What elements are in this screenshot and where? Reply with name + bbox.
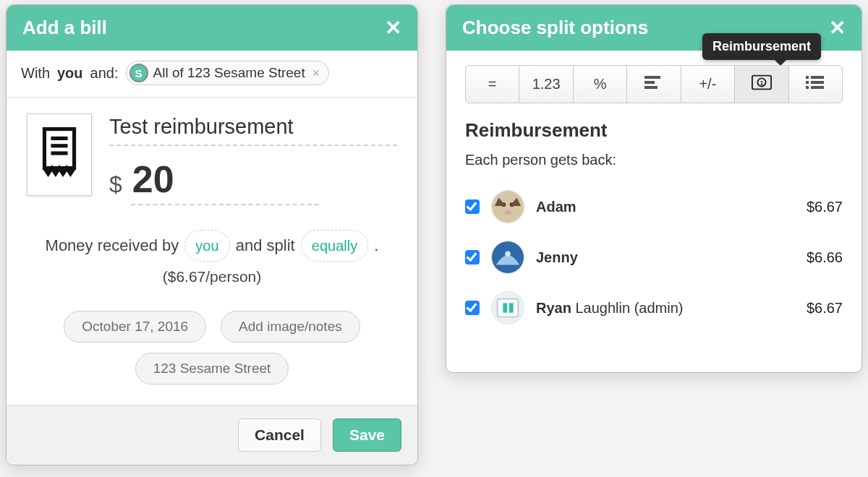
svg-point-19	[504, 210, 511, 215]
svg-rect-6	[644, 86, 658, 89]
percent-icon: %	[594, 76, 607, 93]
split-method-pill[interactable]: equally	[301, 230, 368, 262]
people-list: Adam $6.67 Jenny $6.66 Ryan	[465, 181, 843, 333]
bg-decor: ny	[420, 58, 441, 81]
split-title: Choose split options	[462, 17, 648, 39]
avatar	[491, 190, 524, 223]
add-bill-title: Add a bill	[22, 17, 107, 39]
group-chip-label: All of 123 Sesame Street	[153, 65, 305, 81]
save-button[interactable]: Save	[333, 418, 401, 452]
payer-pill[interactable]: you	[184, 230, 229, 262]
person-name: Jenny	[536, 249, 795, 266]
reimbursement-heading: Reimbursement	[465, 119, 843, 142]
receipt-icon	[41, 127, 78, 182]
with-label-suffix: and:	[90, 65, 119, 82]
avatar	[491, 241, 524, 274]
svg-rect-24	[503, 303, 507, 312]
amount-input[interactable]: 20	[131, 158, 319, 205]
add-bill-footer: Cancel Save	[7, 405, 417, 465]
person-row: Adam $6.67	[465, 181, 843, 232]
person-row: Ryan Laughlin (admin) $6.67	[465, 283, 843, 333]
date-button[interactable]: October 17, 2016	[64, 311, 206, 343]
split-shares-tab[interactable]	[627, 66, 681, 103]
split-percent-tab[interactable]: %	[574, 66, 627, 103]
split-sentence-b: and split	[236, 236, 295, 254]
with-you: you	[57, 65, 83, 82]
svg-rect-4	[644, 76, 660, 79]
per-person-amount: ($6.67/person)	[163, 268, 262, 285]
svg-rect-5	[644, 81, 655, 84]
svg-rect-25	[509, 303, 514, 312]
equals-icon: =	[488, 76, 497, 93]
person-amount: $6.67	[807, 199, 843, 215]
person-amount: $6.67	[807, 300, 843, 317]
tooltip: Reimbursement	[702, 33, 821, 60]
person-row: Jenny $6.66	[465, 232, 843, 283]
cancel-button[interactable]: Cancel	[238, 418, 321, 452]
svg-rect-14	[806, 86, 809, 89]
svg-rect-13	[811, 81, 824, 84]
split-options-modal: Choose split options ✕ Reimbursement = 1…	[446, 4, 862, 373]
plusminus-icon: +/-	[699, 76, 716, 93]
chip-remove-icon[interactable]: ×	[312, 66, 320, 81]
notes-button[interactable]: Add image/notes	[221, 311, 360, 343]
currency-symbol[interactable]: $	[109, 171, 122, 198]
exact-label: 1.23	[532, 76, 561, 93]
split-sentence-c: .	[374, 236, 378, 254]
person-name: Ryan Laughlin (admin)	[536, 300, 795, 317]
split-itemized-tab[interactable]	[789, 66, 842, 103]
add-bill-modal: Add a bill ✕ With you and: S All of 123 …	[6, 4, 418, 465]
bg-decor: ou	[420, 29, 442, 52]
person-name: Adam	[536, 199, 795, 215]
svg-rect-0	[44, 129, 74, 168]
close-icon[interactable]: ✕	[829, 18, 846, 38]
shares-icon	[644, 74, 664, 94]
reimbursement-subheading: Each person gets back:	[465, 152, 843, 168]
split-sentence: Money received by you and split equally …	[27, 230, 397, 292]
split-adjust-tab[interactable]: +/-	[681, 66, 735, 103]
person-checkbox[interactable]	[465, 250, 480, 265]
split-equal-tab[interactable]: =	[466, 66, 519, 103]
split-exact-tab[interactable]: 1.23	[519, 66, 573, 103]
group-button[interactable]: 123 Sesame Street	[135, 353, 289, 384]
add-bill-header: Add a bill ✕	[7, 5, 417, 51]
person-amount: $6.66	[807, 249, 843, 266]
svg-rect-10	[806, 76, 809, 79]
svg-rect-15	[811, 86, 824, 89]
split-sentence-a: Money received by	[46, 236, 179, 254]
svg-rect-12	[806, 81, 809, 84]
group-chip[interactable]: S All of 123 Sesame Street ×	[126, 61, 330, 85]
with-label-prefix: With	[21, 65, 50, 82]
list-icon	[805, 74, 825, 94]
split-reimbursement-tab[interactable]: 1	[735, 66, 788, 103]
svg-rect-16	[492, 191, 524, 223]
avatar	[491, 291, 524, 325]
svg-text:1: 1	[760, 80, 763, 87]
svg-point-21	[505, 251, 511, 257]
split-mode-segmented: = 1.23 % +/- 1	[465, 65, 843, 103]
group-avatar-icon: S	[130, 64, 148, 82]
description-input[interactable]: Test reimbursement	[109, 113, 397, 146]
with-row: With you and: S All of 123 Sesame Street…	[7, 51, 417, 98]
person-checkbox[interactable]	[465, 301, 480, 315]
svg-rect-23	[498, 299, 519, 317]
close-icon[interactable]: ✕	[385, 18, 401, 38]
cash-icon: 1	[752, 74, 772, 94]
category-tile[interactable]	[27, 113, 92, 196]
svg-rect-11	[811, 76, 824, 79]
person-checkbox[interactable]	[465, 199, 480, 214]
